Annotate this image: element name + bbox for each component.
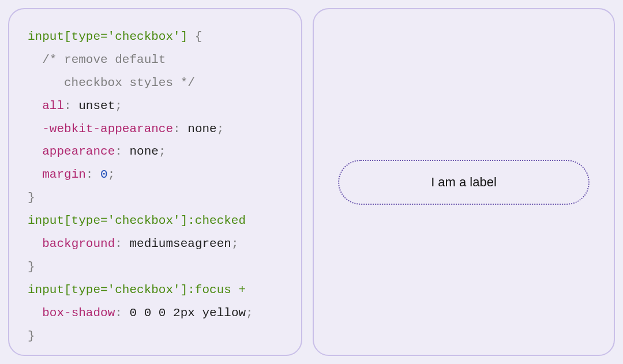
code-token: none [181, 122, 217, 136]
code-token [28, 168, 42, 181]
code-token: : [115, 145, 122, 158]
code-token: background [42, 237, 115, 250]
code-token [28, 122, 42, 136]
code-token: : [115, 237, 122, 250]
code-token [28, 53, 42, 66]
code-token: margin [42, 168, 86, 181]
code-token [93, 168, 100, 181]
code-token: } [28, 260, 35, 273]
code-token [28, 306, 42, 320]
code-token: -webkit-appearance [42, 122, 173, 136]
code-token: all [42, 99, 64, 112]
code-token: } [28, 191, 35, 204]
code-token: box-shadow [42, 306, 115, 320]
code-token [28, 237, 42, 250]
code-token: input[type='checkbox']:focus + [28, 283, 246, 297]
code-token: none [122, 145, 159, 158]
code-token: : [64, 99, 72, 112]
code-token: checkbox styles */ [28, 76, 195, 89]
code-token: : [173, 122, 181, 136]
code-panel: input[type='checkbox'] { /* remove defau… [8, 8, 302, 356]
code-token: ; [115, 99, 122, 112]
code-token: { [187, 30, 202, 43]
code-token: input[type='checkbox'] [28, 30, 187, 43]
code-token: ; [217, 122, 224, 136]
checkbox-label-pill[interactable]: I am a label [338, 160, 590, 205]
code-token [28, 145, 42, 158]
code-token: ; [159, 145, 166, 158]
code-token: /* remove default [42, 53, 166, 66]
code-token: unset [72, 99, 115, 112]
code-token: 0 0 0 2px yellow [122, 306, 246, 320]
preview-panel: I am a label [313, 8, 615, 356]
code-token: } [28, 329, 35, 343]
code-token [28, 99, 42, 112]
code-token: 0 [100, 168, 108, 181]
code-token: input[type='checkbox']:checked [28, 214, 246, 227]
code-token: ; [231, 237, 239, 250]
code-token: appearance [42, 145, 115, 158]
code-block: input[type='checkbox'] { /* remove defau… [28, 25, 290, 347]
code-token: : [86, 168, 93, 181]
code-token: ; [108, 168, 115, 181]
code-token: mediumseagreen [122, 237, 231, 250]
code-token: ; [246, 306, 253, 320]
code-token: : [115, 306, 122, 320]
